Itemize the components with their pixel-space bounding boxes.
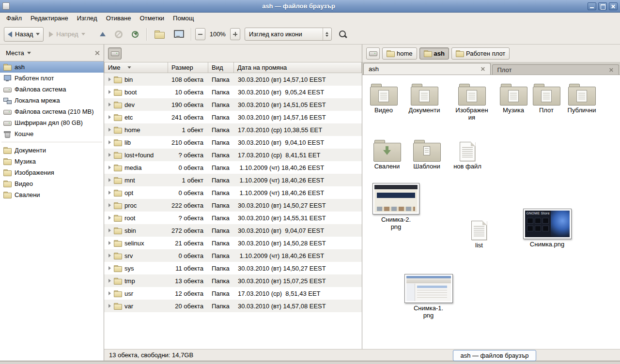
expander-icon[interactable] bbox=[108, 254, 111, 258]
expander-icon[interactable] bbox=[108, 115, 111, 119]
close-button[interactable] bbox=[609, 2, 618, 10]
file-row[interactable]: lib 210 обекта Папка 30.03.2010 (вт) 9,0… bbox=[104, 136, 362, 149]
places-selector[interactable]: Места bbox=[4, 48, 33, 58]
expander-icon[interactable] bbox=[108, 216, 111, 220]
file-row[interactable]: proc 222 обекта Папка 30.03.2010 (вт) 14… bbox=[104, 199, 362, 212]
expander-icon[interactable] bbox=[108, 178, 111, 182]
icon-item-pictures[interactable]: Изображения bbox=[451, 81, 492, 121]
sidebar-item[interactable]: Работен плот bbox=[0, 73, 104, 84]
file-row[interactable]: bin 108 обекта Папка 30.03.2010 (вт) 14,… bbox=[104, 73, 362, 86]
forward-history-dropdown-icon[interactable] bbox=[81, 33, 85, 35]
sidebar-item[interactable]: ash bbox=[0, 61, 104, 73]
stop-button[interactable] bbox=[111, 27, 126, 42]
icon-item-video[interactable]: Видео bbox=[363, 81, 404, 114]
sidebar-close-icon[interactable] bbox=[94, 50, 100, 56]
file-row[interactable]: lost+found ? обекта Папка 17.03.2010 (ср… bbox=[104, 149, 362, 161]
taskbar-window-button[interactable]: ash — файлов браузър bbox=[453, 350, 536, 361]
sidebar-item[interactable]: Свалени bbox=[0, 189, 104, 200]
file-row[interactable]: srv 0 обекта Папка 1.10.2009 (чт) 18,40,… bbox=[104, 249, 362, 262]
file-row[interactable]: media 0 обекта Папка 1.10.2009 (чт) 18,4… bbox=[104, 161, 362, 174]
expander-icon[interactable] bbox=[108, 241, 111, 245]
file-row[interactable]: opt 0 обекта Папка 1.10.2009 (чт) 18,40,… bbox=[104, 186, 362, 199]
expander-icon[interactable] bbox=[108, 291, 111, 295]
file-row[interactable]: root ? обекта Папка 30.03.2010 (вт) 14,5… bbox=[104, 212, 362, 224]
icon-item-desktop[interactable]: Плот bbox=[526, 81, 567, 114]
sidebar-item[interactable]: Документи bbox=[0, 145, 104, 156]
expander-icon[interactable] bbox=[108, 191, 111, 195]
file-row[interactable]: home 1 обект Папка 17.03.2010 (ср) 10,38… bbox=[104, 123, 362, 136]
back-button[interactable]: Назад bbox=[4, 27, 44, 42]
path-button-ash[interactable]: ash bbox=[419, 47, 449, 60]
path-button-desktop[interactable]: Работен плот bbox=[451, 47, 510, 60]
expander-icon[interactable] bbox=[108, 266, 111, 270]
sidebar-item[interactable]: Видео bbox=[0, 178, 104, 189]
column-header-size[interactable]: Размер bbox=[168, 62, 208, 73]
expander-icon[interactable] bbox=[108, 203, 111, 207]
expander-icon[interactable] bbox=[108, 228, 111, 232]
icon-item-snimka-2[interactable]: Снимка-2.png bbox=[372, 183, 420, 231]
column-header-type[interactable]: Вид bbox=[208, 62, 234, 73]
icon-item-list[interactable]: list bbox=[459, 216, 499, 249]
computer-button[interactable] bbox=[170, 27, 187, 42]
sidebar-item[interactable]: Кошче bbox=[0, 128, 104, 139]
search-icon[interactable] bbox=[338, 30, 348, 39]
expander-icon[interactable] bbox=[108, 90, 111, 94]
tab-plot[interactable]: Плот bbox=[492, 64, 620, 75]
expander-icon[interactable] bbox=[108, 279, 111, 283]
file-row[interactable]: dev 190 обекта Папка 30.03.2010 (вт) 14,… bbox=[104, 98, 362, 111]
menu-item[interactable]: Редактиране bbox=[26, 13, 73, 24]
path-root-button[interactable] bbox=[366, 47, 380, 60]
expander-icon[interactable] bbox=[108, 77, 111, 81]
file-row[interactable]: boot 10 обекта Папка 30.03.2010 (вт) 9,0… bbox=[104, 86, 362, 98]
expander-icon[interactable] bbox=[108, 140, 111, 144]
maximize-button[interactable] bbox=[598, 2, 607, 10]
icon-item-templates[interactable]: Шаблони bbox=[406, 137, 447, 170]
icon-item-snimka[interactable]: GNOME Store Снимка.png bbox=[523, 209, 572, 248]
expander-icon[interactable] bbox=[108, 128, 111, 132]
file-row[interactable]: selinux 21 обекта Папка 30.03.2010 (вт) … bbox=[104, 237, 362, 249]
file-row[interactable]: tmp 13 обекта Папка 30.03.2010 (вт) 15,0… bbox=[104, 274, 362, 287]
sidebar-item[interactable]: Шифриран дял (80 GB) bbox=[0, 117, 104, 128]
menu-item[interactable]: Изглед bbox=[73, 13, 102, 24]
menu-item[interactable]: Отиване bbox=[102, 13, 136, 24]
file-row[interactable]: usr 12 обекта Папка 17.03.2010 (ср) 8,51… bbox=[104, 287, 362, 300]
sidebar-item[interactable]: Музика bbox=[0, 156, 104, 167]
file-row[interactable]: sys 11 обекта Папка 30.03.2010 (вт) 14,5… bbox=[104, 262, 362, 274]
path-button-home[interactable]: home bbox=[382, 47, 417, 60]
sidebar-item[interactable]: Файлова система bbox=[0, 84, 104, 95]
tab-close-icon[interactable] bbox=[480, 67, 484, 71]
minimize-button[interactable] bbox=[588, 2, 596, 10]
zoom-out-button[interactable] bbox=[195, 28, 205, 40]
file-row[interactable]: mnt 1 обект Папка 1.10.2009 (чт) 18,40,2… bbox=[104, 174, 362, 186]
sidebar-item[interactable]: Файлова система (210 MB) bbox=[0, 106, 104, 117]
reload-button[interactable] bbox=[128, 27, 142, 42]
column-header-date[interactable]: Дата на промяна bbox=[234, 62, 362, 73]
icon-item-public[interactable]: Публични bbox=[561, 81, 602, 114]
column-header-name[interactable]: Име bbox=[104, 62, 168, 73]
expander-icon[interactable] bbox=[108, 103, 111, 106]
expander-icon[interactable] bbox=[108, 153, 111, 157]
file-row[interactable]: etc 241 обекта Папка 30.03.2010 (вт) 14,… bbox=[104, 111, 362, 123]
expander-icon[interactable] bbox=[108, 166, 111, 169]
file-row[interactable]: var 20 обекта Папка 30.03.2010 (вт) 14,5… bbox=[104, 300, 362, 312]
view-mode-select[interactable]: Изглед като икони bbox=[245, 28, 332, 41]
zoom-in-button[interactable] bbox=[230, 28, 240, 40]
file-row[interactable]: sbin 272 обекта Папка 30.03.2010 (вт) 9,… bbox=[104, 224, 362, 237]
path-root-button[interactable] bbox=[108, 47, 122, 60]
home-button[interactable] bbox=[151, 27, 168, 42]
tab-ash[interactable]: ash bbox=[363, 63, 491, 75]
forward-button[interactable]: Напред bbox=[45, 27, 89, 42]
icon-item-snimka-1[interactable]: Снимка-1.png bbox=[404, 274, 453, 319]
menu-item[interactable]: Отметки bbox=[135, 13, 169, 24]
combo-arrows-icon[interactable] bbox=[323, 28, 331, 40]
titlebar[interactable]: ash — файлов браузър bbox=[0, 0, 620, 13]
sidebar-item[interactable]: Изображения bbox=[0, 167, 104, 178]
icon-item-documents[interactable]: Документи bbox=[404, 81, 445, 114]
icon-item-new-file[interactable]: нов файл bbox=[447, 137, 488, 170]
icon-view-area[interactable]: Видео Документи Изображения Музика bbox=[362, 75, 620, 349]
up-button[interactable] bbox=[96, 27, 109, 42]
expander-icon[interactable] bbox=[108, 304, 111, 308]
tab-close-icon[interactable] bbox=[609, 67, 613, 72]
sidebar-item[interactable]: Локална мрежа bbox=[0, 95, 104, 106]
menu-item[interactable]: Файл bbox=[2, 13, 26, 24]
